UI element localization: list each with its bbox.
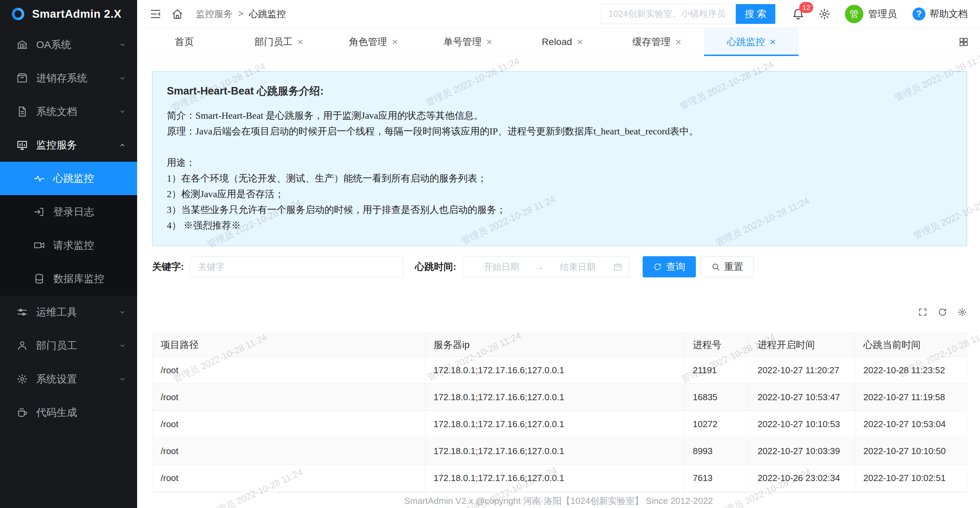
sidebar-menu: OA系统 进销存系统 系统文档 监控服务 心跳监控 登录日志	[0, 28, 137, 429]
global-search-input[interactable]	[601, 4, 736, 24]
close-icon[interactable]: ×	[392, 37, 398, 47]
tab-staff[interactable]: 部门员工 ×	[232, 28, 326, 56]
intro-line: 原理：Java后端会在项目启动的时候开启一个线程，每隔一段时间将该应用的IP、进…	[167, 124, 952, 139]
cell-heartbeat-time: 2022-10-27 10:53:04	[855, 411, 967, 438]
sidebar-item-label: 部门员工	[36, 339, 77, 353]
close-icon[interactable]: ×	[487, 37, 493, 47]
heartbeat-icon	[33, 173, 45, 184]
sidebar-item-docs[interactable]: 系统文档	[0, 95, 137, 128]
column-header: 服务器ip	[425, 333, 685, 357]
tab-cache-manage[interactable]: 缓存管理 ×	[609, 28, 704, 56]
sidebar-item-heartbeat-monitor[interactable]: 心跳监控	[0, 162, 137, 195]
breadcrumb-item[interactable]: 监控服务	[196, 8, 232, 20]
grid-icon	[958, 37, 969, 48]
sidebar-item-label: 心跳监控	[53, 172, 94, 186]
reset-button-label: 重置	[724, 260, 743, 273]
breadcrumb-item-current: 心跳监控	[249, 8, 286, 20]
table-row: /root 172.18.0.1;172.17.16.6;127.0.0.1 2…	[153, 357, 967, 384]
tab-heartbeat-monitor[interactable]: 心跳监控 ×	[704, 28, 799, 56]
column-header: 项目路径	[153, 333, 425, 357]
chevron-up-icon	[118, 140, 127, 150]
sidebar-item-label: 系统文档	[36, 105, 77, 119]
sidebar-item-login-log[interactable]: 登录日志	[0, 195, 137, 229]
refresh-icon	[653, 262, 662, 271]
sidebar-item-system-settings[interactable]: 系统设置	[0, 362, 137, 396]
intro-title: Smart-Heart-Beat 心跳服务介绍:	[167, 84, 952, 98]
column-header: 心跳当前时间	[855, 333, 967, 357]
logo-icon	[10, 6, 26, 22]
breadcrumb-separator: >	[238, 8, 243, 19]
swap-right-icon: →	[534, 262, 546, 272]
cell-start-time: 2022-10-27 10:53:47	[749, 384, 855, 411]
staff-icon	[16, 340, 28, 351]
home-icon[interactable]	[171, 8, 183, 20]
tab-label: 首页	[175, 35, 194, 48]
cell-heartbeat-time: 2022-10-28 11:23:52	[855, 357, 967, 384]
intro-line	[167, 139, 952, 155]
intro-line: 4） ※强烈推荐※	[167, 218, 952, 233]
fullscreen-icon[interactable]	[918, 307, 928, 317]
top-header: 监控服务 > 心跳监控 搜 索 12 管 管理员 ? 帮助文档	[137, 0, 980, 28]
tab-options-button[interactable]	[947, 28, 980, 56]
close-icon[interactable]: ×	[298, 37, 304, 47]
close-icon[interactable]: ×	[577, 37, 583, 47]
search-icon	[711, 262, 720, 271]
query-button[interactable]: 查询	[643, 256, 696, 277]
help-icon[interactable]: ?	[912, 8, 926, 21]
table-row: /root 172.18.0.1;172.17.16.6;127.0.0.1 8…	[153, 438, 967, 465]
end-date-input[interactable]	[546, 262, 610, 272]
header-right: 搜 索 12 管 管理员 ? 帮助文档	[601, 4, 968, 24]
cell-start-time: 2022-10-27 10:03:39	[749, 438, 855, 465]
table-row: /root 172.18.0.1;172.17.16.6;127.0.0.1 7…	[153, 465, 967, 492]
sidebar-item-request-monitor[interactable]: 请求监控	[0, 229, 137, 262]
cell-pid: 7613	[685, 465, 749, 492]
tab-reload[interactable]: Reload ×	[515, 28, 609, 56]
sidebar-item-label: 数据库监控	[53, 272, 104, 286]
menu-fold-icon[interactable]	[150, 8, 162, 20]
notifications-button[interactable]: 12	[792, 8, 805, 21]
refresh-icon[interactable]	[938, 307, 947, 317]
sidebar-item-staff[interactable]: 部门员工	[0, 329, 137, 362]
cell-heartbeat-time: 2022-10-27 10:02:51	[855, 465, 967, 492]
tab-label: 单号管理	[444, 35, 482, 48]
date-range-picker[interactable]: →	[463, 256, 629, 277]
reset-button[interactable]: 重置	[701, 256, 754, 277]
sidebar-item-label: 运维工具	[36, 305, 77, 319]
start-date-input[interactable]	[469, 262, 534, 272]
sidebar-item-ops-tools[interactable]: 运维工具	[0, 295, 137, 329]
sidebar-item-monitor-services[interactable]: 监控服务	[0, 128, 137, 162]
cell-heartbeat-time: 2022-10-27 11:19:58	[855, 384, 967, 411]
tab-home[interactable]: 首页	[137, 28, 232, 56]
user-name[interactable]: 管理员	[868, 8, 897, 21]
sidebar-item-codegen[interactable]: 代码生成	[0, 396, 137, 429]
sidebar-item-label: 登录日志	[53, 205, 94, 219]
search-button[interactable]: 搜 索	[736, 4, 775, 24]
close-icon[interactable]: ×	[675, 37, 681, 47]
header-gear-icon[interactable]	[818, 8, 830, 20]
chevron-down-icon	[118, 308, 127, 317]
cell-ip: 172.18.0.1;172.17.16.6;127.0.0.1	[425, 465, 685, 492]
intro-line: 简介：Smart-Heart-Beat 是心跳服务，用于监测Java应用的状态等…	[167, 108, 952, 124]
cell-start-time: 2022-10-27 10:10:53	[749, 411, 855, 438]
avatar[interactable]: 管	[845, 5, 863, 23]
help-doc-link[interactable]: 帮助文档	[929, 8, 968, 21]
close-icon[interactable]: ×	[770, 37, 776, 47]
tab-role-manage[interactable]: 角色管理 ×	[326, 28, 421, 56]
filter-bar: 关键字: 心跳时间: → 查询 重置	[152, 256, 967, 277]
sidebar-item-oa[interactable]: OA系统	[0, 28, 137, 61]
document-icon	[16, 106, 28, 117]
keyword-label: 关键字:	[152, 260, 184, 273]
tab-serial-manage[interactable]: 单号管理 ×	[421, 28, 515, 56]
app-logo[interactable]: SmartAdmin 2.X	[0, 0, 137, 28]
column-settings-icon[interactable]	[958, 307, 967, 317]
keyword-input[interactable]	[190, 256, 403, 277]
tab-label: 心跳监控	[727, 35, 765, 48]
sidebar-item-database-monitor[interactable]: 数据库监控	[0, 262, 137, 295]
sidebar-item-inventory[interactable]: 进销存系统	[0, 61, 137, 95]
tab-label: Reload	[542, 37, 572, 48]
app-title: SmartAdmin 2.X	[32, 8, 121, 21]
gear-icon	[16, 373, 28, 385]
chevron-down-icon	[118, 341, 127, 350]
table-toolbar	[152, 307, 967, 317]
tab-label: 部门员工	[255, 35, 293, 48]
